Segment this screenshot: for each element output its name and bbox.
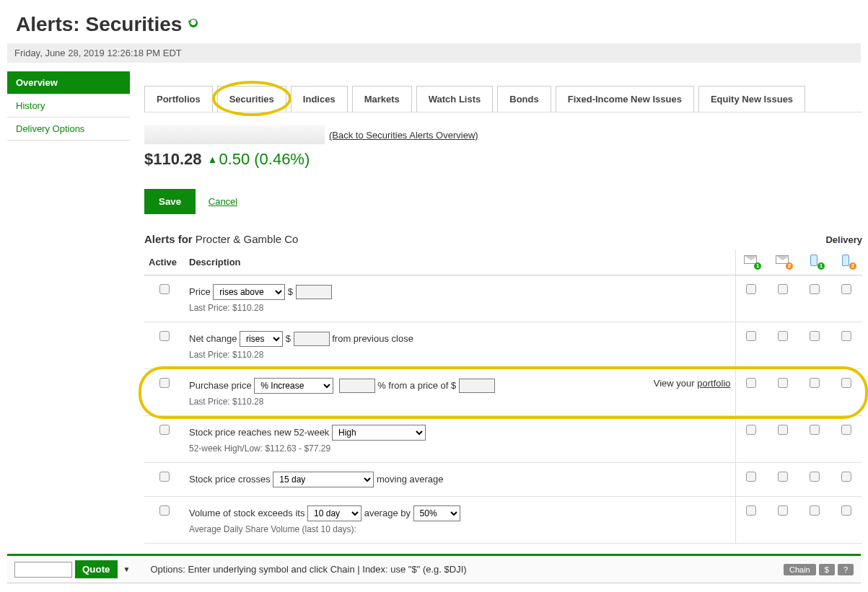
active-checkbox[interactable] <box>159 331 170 341</box>
quote-button[interactable]: Quote <box>75 560 118 578</box>
delivery-checkbox[interactable] <box>746 331 756 341</box>
last-price-text: Last Price: $110.28 <box>189 303 731 313</box>
delivery-checkbox[interactable] <box>778 425 788 435</box>
volume-sub: Average Daily Share Volume (last 10 days… <box>189 524 731 534</box>
netchange-value-input[interactable] <box>294 332 330 346</box>
tab-strip: Portfolios Securities Indices Markets Wa… <box>144 86 862 112</box>
delivery-checkbox[interactable] <box>810 472 820 482</box>
delivery-checkbox[interactable] <box>841 378 851 388</box>
up-arrow-icon: ▲ <box>208 154 218 165</box>
th-delivery-mobile-2: 2 <box>830 249 862 275</box>
delivery-checkbox[interactable] <box>841 472 851 482</box>
back-to-overview-link[interactable]: (Back to Securities Alerts Overview) <box>329 130 478 141</box>
timestamp-bar: Friday, June 28, 2019 12:26:18 PM EDT <box>7 43 861 63</box>
volume-days-select[interactable]: 10 day <box>307 505 361 521</box>
quote-change: 0.50 <box>219 150 250 169</box>
email-icon: 1 <box>744 255 758 267</box>
help-button[interactable]: ? <box>838 564 854 575</box>
delivery-checkbox[interactable] <box>778 472 788 482</box>
portfolio-link[interactable]: portfolio <box>697 378 730 389</box>
delivery-checkbox[interactable] <box>841 425 851 435</box>
left-nav: Overview History Delivery Options <box>7 71 130 544</box>
delivery-checkbox[interactable] <box>778 505 788 516</box>
timestamp-text: Friday, June 28, 2019 12:26:18 PM EDT <box>14 48 182 58</box>
active-checkbox[interactable] <box>159 505 170 516</box>
alert-row-volume: Volume of stock exceeds its 10 day avera… <box>144 497 862 544</box>
delivery-checkbox[interactable] <box>746 284 756 294</box>
active-checkbox[interactable] <box>159 284 170 294</box>
delivery-label: Delivery <box>825 234 862 245</box>
delivery-checkbox[interactable] <box>841 284 851 294</box>
mobile-icon: 1 <box>807 255 822 267</box>
quote-bar: Quote ▼ Options: Enter underlying symbol… <box>7 554 861 583</box>
cancel-link[interactable]: Cancel <box>209 196 237 207</box>
tab-markets[interactable]: Markets <box>352 86 412 112</box>
delivery-checkbox[interactable] <box>778 378 788 388</box>
th-delivery-email-2: 2 <box>767 249 799 275</box>
last-price-text: Last Price: $110.28 <box>189 397 731 407</box>
alerts-for-title: Alerts for Procter & Gamble Co <box>144 233 298 245</box>
price-condition-select[interactable]: rises above <box>213 284 285 300</box>
th-active: Active <box>144 249 185 275</box>
tab-fixed-income[interactable]: Fixed-Income New Issues <box>556 86 694 112</box>
quote-change-pct: (0.46%) <box>254 150 310 169</box>
quote-price: $110.28 <box>144 150 202 169</box>
crosses-select[interactable]: 15 day <box>273 472 374 487</box>
tab-watch-lists[interactable]: Watch Lists <box>416 86 493 112</box>
delivery-checkbox[interactable] <box>746 505 756 516</box>
delivery-checkbox[interactable] <box>778 284 788 294</box>
purchase-price-input[interactable] <box>459 379 495 393</box>
active-checkbox[interactable] <box>159 472 170 482</box>
alert-row-purchase: View your portfolio Purchase price % Inc… <box>144 369 862 416</box>
alert-row-netchange: Net change rises $ from previous close L… <box>144 322 862 369</box>
email-icon: 2 <box>776 255 790 267</box>
purchase-condition-select[interactable]: % Increase <box>254 378 333 394</box>
dollar-button[interactable]: $ <box>819 564 835 575</box>
nav-delivery-options[interactable]: Delivery Options <box>7 118 130 141</box>
nav-history[interactable]: History <box>7 94 130 118</box>
tab-securities[interactable]: Securities <box>217 86 286 112</box>
nav-overview[interactable]: Overview <box>7 71 130 94</box>
delivery-checkbox[interactable] <box>746 378 756 388</box>
quote-hint: Options: Enter underlying symbol and cli… <box>150 564 466 575</box>
page-title: Alerts: Securities <box>16 13 868 36</box>
tab-indices[interactable]: Indices <box>291 86 348 112</box>
delivery-checkbox[interactable] <box>810 425 820 435</box>
tab-portfolios[interactable]: Portfolios <box>144 86 213 112</box>
delivery-checkbox[interactable] <box>746 425 756 435</box>
delivery-checkbox[interactable] <box>778 331 788 341</box>
active-checkbox[interactable] <box>159 425 170 435</box>
volume-pct-select[interactable]: 50% <box>413 505 460 521</box>
security-name-redacted <box>144 125 325 144</box>
tab-equity-new-issues[interactable]: Equity New Issues <box>698 86 805 112</box>
price-value-input[interactable] <box>296 285 332 299</box>
chain-button[interactable]: Chain <box>784 564 816 575</box>
alert-row-price: Price rises above $ Last Price: $110.28 <box>144 275 862 322</box>
fiftytwo-select[interactable]: High <box>332 425 426 441</box>
th-delivery-mobile-1: 1 <box>799 249 830 275</box>
delivery-checkbox[interactable] <box>841 331 851 341</box>
active-checkbox[interactable] <box>159 378 170 388</box>
delivery-checkbox[interactable] <box>810 331 820 341</box>
delivery-checkbox[interactable] <box>810 378 820 388</box>
delivery-checkbox[interactable] <box>841 505 851 516</box>
th-description: Description <box>185 249 735 275</box>
purchase-pct-input[interactable] <box>339 379 375 393</box>
page-title-text: Alerts: Securities <box>16 13 182 36</box>
th-delivery-email-1: 1 <box>735 249 767 275</box>
alerts-table: Active Description 1 2 1 2 <box>144 249 862 544</box>
delivery-checkbox[interactable] <box>810 284 820 294</box>
mobile-icon: 2 <box>839 255 854 267</box>
alert-row-crosses: Stock price crosses 15 day moving averag… <box>144 463 862 497</box>
view-portfolio-text: View your portfolio <box>654 378 731 389</box>
delivery-checkbox[interactable] <box>746 472 756 482</box>
refresh-icon[interactable] <box>188 17 199 32</box>
quote-dropdown-icon[interactable]: ▼ <box>123 565 131 573</box>
tab-bonds[interactable]: Bonds <box>497 86 551 112</box>
delivery-checkbox[interactable] <box>810 505 820 516</box>
symbol-input[interactable] <box>14 562 72 578</box>
last-price-text: Last Price: $110.28 <box>189 350 731 360</box>
fiftytwo-sub: 52-week High/Low: $112.63 - $77.29 <box>189 443 731 454</box>
netchange-select[interactable]: rises <box>240 331 283 347</box>
save-button[interactable]: Save <box>144 189 196 214</box>
